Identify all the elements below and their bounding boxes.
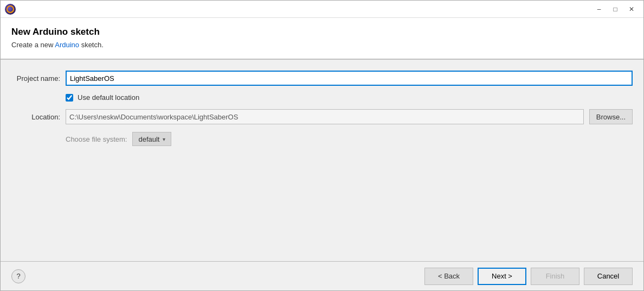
filesystem-label: Choose file system: xyxy=(66,135,127,143)
dialog-subtitle: Create a new Arduino sketch. xyxy=(11,41,633,49)
header-section: New Arduino sketch Create a new Arduino … xyxy=(1,18,643,60)
footer-right: < Back Next > Finish Cancel xyxy=(424,268,633,285)
location-label: Location: xyxy=(11,113,60,121)
subtitle-link[interactable]: Arduino xyxy=(55,41,79,49)
subtitle-suffix: sketch. xyxy=(79,41,104,49)
finish-button[interactable]: Finish xyxy=(531,268,579,285)
maximize-button[interactable]: □ xyxy=(608,3,623,15)
next-button[interactable]: Next > xyxy=(478,268,526,285)
project-name-label: Project name: xyxy=(11,74,60,83)
use-default-row: Use default location xyxy=(11,93,633,102)
title-bar-controls: – □ ✕ xyxy=(591,3,639,15)
minimize-button[interactable]: – xyxy=(591,3,607,15)
back-button[interactable]: < Back xyxy=(424,268,473,285)
use-default-label: Use default location xyxy=(78,93,139,102)
content-section: Project name: Use default location Locat… xyxy=(1,60,643,261)
use-default-checkbox[interactable] xyxy=(66,94,73,102)
help-button[interactable]: ? xyxy=(11,269,25,283)
close-button[interactable]: ✕ xyxy=(624,3,639,15)
app-icon xyxy=(5,4,16,15)
dialog-window: – □ ✕ New Arduino sketch Create a new Ar… xyxy=(0,0,644,291)
filesystem-value: default xyxy=(138,135,159,143)
title-bar-left xyxy=(5,4,16,15)
project-name-input[interactable] xyxy=(66,71,633,86)
footer-section: ? < Back Next > Finish Cancel xyxy=(1,261,643,290)
subtitle-text: Create a new xyxy=(11,41,55,49)
filesystem-dropdown[interactable]: default ▾ xyxy=(132,132,171,146)
cancel-button[interactable]: Cancel xyxy=(584,268,633,285)
location-input xyxy=(66,109,584,124)
browse-button[interactable]: Browse... xyxy=(589,109,633,124)
dropdown-arrow-icon: ▾ xyxy=(163,136,165,142)
project-name-row: Project name: xyxy=(11,71,633,86)
filesystem-row: Choose file system: default ▾ xyxy=(11,132,633,146)
footer-left: ? xyxy=(11,269,25,283)
title-bar: – □ ✕ xyxy=(1,1,643,18)
location-row: Location: Browse... xyxy=(11,109,633,124)
dialog-title: New Arduino sketch xyxy=(11,27,633,37)
